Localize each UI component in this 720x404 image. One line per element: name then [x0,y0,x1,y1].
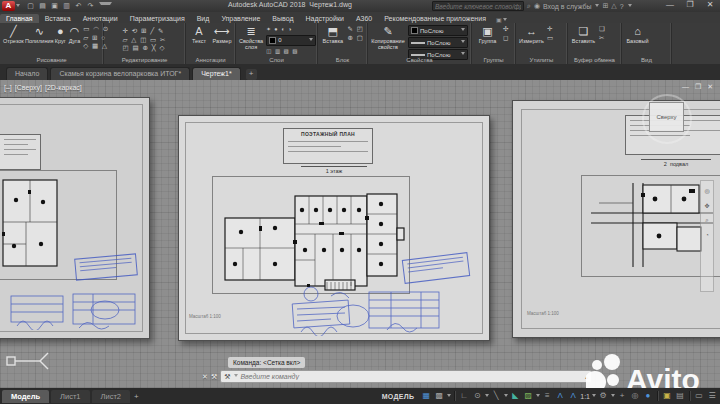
panel-label-utilities[interactable]: Утилиты [516,57,567,63]
clean-screen-icon[interactable]: ▭ [693,389,705,403]
ortho-toggle-icon[interactable]: ∟ [458,389,470,403]
workspace-caret-icon[interactable] [611,394,615,399]
sheet-center-titleblock[interactable]: ПОЭТАЖНЫЙ ПЛАН [283,128,373,164]
match-properties-tool[interactable]: ✎ Копирование свойств [371,25,405,50]
nav-pan-icon[interactable]: ✥ [704,202,709,209]
command-input-wrap[interactable]: ⚒ ▴ [220,370,592,383]
snap-toggle-icon[interactable]: ▩ [433,389,445,403]
drawing-close-icon[interactable]: ✕ [707,83,713,91]
logo-caret-icon[interactable] [16,4,20,9]
lineweight-toggle-icon[interactable]: ≡ [541,389,553,403]
ribbon-toggle-icon[interactable]: ▣ [496,16,502,23]
file-tab-drawing1[interactable]: Чертеж1* [192,67,241,80]
layer-state-icons[interactable]: ✦ ● ◐ ◑ [266,25,316,34]
file-tab-project[interactable]: Скамья корзина велопарковка ИТОГ* [50,67,190,80]
panel-label-block[interactable]: Блок [318,57,367,63]
dimension-tool[interactable]: ⟷ Размер [212,25,232,44]
insert-block-tool[interactable]: ⬒ Вставка [321,25,345,44]
floor-plan-right[interactable] [585,179,719,271]
view-control[interactable]: [Сверху] [15,84,42,91]
restore-icon[interactable]: ❐ [680,0,700,9]
layer-properties-tool[interactable]: ≣ Свойства слоя [239,25,263,50]
panel-label-view[interactable]: Вид [622,57,671,63]
grid-toggle-icon[interactable]: ▦ [420,389,432,403]
ribbon-tab-annotate[interactable]: Аннотации [77,14,124,23]
snap-caret-icon[interactable] [447,394,451,399]
utility-tools-grid[interactable]: ✛ ▭ [547,25,554,42]
isodraft-caret-icon[interactable] [504,394,508,399]
command-customize-icon[interactable]: ⚒ [211,373,217,381]
plot-icon[interactable]: ▥ [62,2,71,10]
scale-note-right[interactable]: Масштаб 1:100 [527,311,559,316]
layer-tools-icons[interactable]: ◫ ▥ ▨ ▧ [266,47,316,56]
measure-tool[interactable]: ↔ Измерить [519,25,544,44]
help-caret-icon[interactable] [628,4,632,9]
file-tab-start[interactable]: Начало [6,67,48,80]
viewcube[interactable]: Сверху [641,93,691,143]
layer-dropdown[interactable]: 0 [266,35,316,46]
panel-label-modify[interactable]: Редактирование [104,57,185,63]
line-tool[interactable]: ╱ Отрезок [3,25,24,44]
block-tools-grid[interactable]: ✎ ◰ ⊕ ▢ [348,25,364,42]
osnap-caret-icon[interactable] [536,394,540,399]
polar-caret-icon[interactable] [485,394,489,399]
floor-label-right[interactable]: 2 подвал [641,159,711,167]
help-icon[interactable]: ? [620,3,624,10]
customize-plus-icon[interactable]: + [616,389,628,403]
search-icon[interactable]: ⌕ [527,2,531,10]
close-icon[interactable]: ✕ [700,0,720,9]
clipboard-tools-grid[interactable]: ❏ ✂ [599,25,606,42]
command-close-icon[interactable]: ✕ [202,373,208,381]
image-frame-icon[interactable]: ▤ [674,389,686,403]
ribbon-tab-featured-apps[interactable]: Рекомендованные приложения [378,14,492,23]
sheet-center[interactable]: ПОЭТАЖНЫЙ ПЛАН 1 этаж [178,115,490,341]
floor-plan-left[interactable] [0,176,61,270]
drawing-canvas[interactable]: [–] [Сверху] [2D-каркас] — ❐ ✕ [0,80,720,388]
osnap-tracking-icon[interactable]: ◣ [509,389,521,403]
isolate-objects-icon[interactable]: ◎ [629,389,641,403]
paste-tool[interactable]: ❏ Вставить [571,25,596,44]
workspace-gear-icon[interactable]: ⚙ [597,389,609,403]
nav-wheel-icon[interactable]: ◎ [704,187,709,194]
polar-tracking-icon[interactable]: ⊙ [471,389,483,403]
nav-zoom-icon[interactable]: ⌕ [705,217,708,224]
osnap-toggle-icon[interactable]: ▨ [522,389,534,403]
text-tool[interactable]: A Текст [189,25,209,44]
command-options-icon[interactable]: ⚒ [224,373,230,381]
visual-style-control[interactable]: [2D-каркас] [45,84,82,91]
redo-icon[interactable]: ↷ [86,2,95,10]
minimize-icon[interactable]: — [660,0,680,9]
object-color-dropdown[interactable]: ПоСлою [408,25,468,36]
group-tool[interactable]: ▣ Группа [475,25,500,44]
hardware-accel-icon[interactable]: ● [642,389,654,403]
drawing-minimize-icon[interactable]: — [682,83,689,91]
sheet-left-titleblock[interactable] [0,134,41,170]
panel-label-layers[interactable]: Слои [236,57,317,63]
layout-tab-layout2[interactable]: Лист2 [92,390,130,403]
signatures-center[interactable] [291,286,451,336]
annotation-scale-caret-icon[interactable] [592,394,596,399]
status-menu-icon[interactable]: ☰ [706,389,718,403]
panel-label-annotation[interactable]: Аннотации [186,57,235,63]
panel-label-draw[interactable]: Рисование [0,57,103,63]
ribbon-tab-manage[interactable]: Управление [215,14,266,23]
signatures-left[interactable] [9,288,141,330]
model-space-label[interactable]: МОДЕЛЬ [382,393,415,400]
panel-label-clipboard[interactable]: Буфер обмена [568,57,621,63]
new-drawing-tab-icon[interactable]: + [246,69,257,80]
signin-caret-icon[interactable] [595,4,599,9]
search-input[interactable] [432,1,524,11]
layout-tab-model[interactable]: Модель [2,390,49,403]
app-store-icon[interactable]: ⊞ [602,2,608,10]
signin-link[interactable]: Вход в службы [543,3,591,10]
ribbon-tab-parametric[interactable]: Параметризация [124,14,191,23]
ribbon-tab-insert[interactable]: Вставка [39,14,77,23]
modify-tools-grid[interactable]: ✛ ⟲ ⊞ ╱ ✎ ▱ △ ◫ ▭ ✂ ◰ ▤ ⊕ ╳ ◇ [123,27,167,53]
layout-tab-layout1[interactable]: Лист1 [51,390,89,403]
qat-caret-icon[interactable] [99,2,112,7]
graphics-perf-icon[interactable]: ▣ [661,389,673,403]
drawing-restore-icon[interactable]: ❐ [695,83,701,91]
group-tools-grid[interactable]: ✣ ◻ [503,25,509,42]
polyline-tool[interactable]: ∿ Полилиния [27,25,52,44]
ribbon-tab-output[interactable]: Вывод [266,14,299,23]
